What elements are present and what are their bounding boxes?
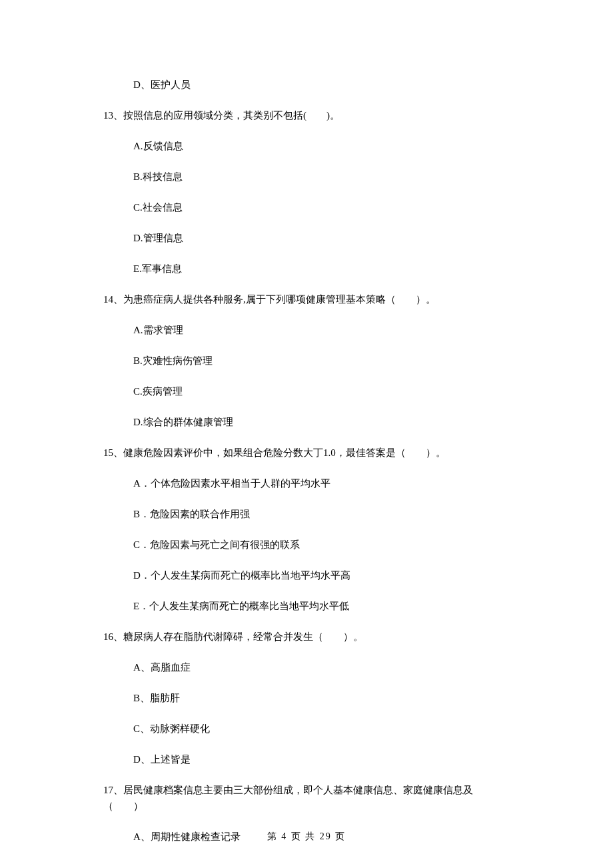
page-footer: 第 4 页 共 29 页 (0, 831, 613, 843)
question-stem: 16、糖尿病人存在脂肪代谢障碍，经常合并发生（ ）。 (103, 629, 510, 645)
option-text: C.社会信息 (103, 199, 510, 215)
page-content: D、医护人员 13、按照信息的应用领域分类，其类别不包括( )。 A.反馈信息 … (0, 0, 613, 845)
option-text: D、上述皆是 (103, 751, 510, 767)
option-text: B．危险因素的联合作用强 (103, 506, 510, 522)
option-text: C、动脉粥样硬化 (103, 721, 510, 737)
option-text: A.需求管理 (103, 322, 510, 338)
option-text: E.军事信息 (103, 261, 510, 277)
option-text: B、脂肪肝 (103, 690, 510, 706)
option-text: B.灾难性病伤管理 (103, 353, 510, 369)
option-text: B.科技信息 (103, 169, 510, 185)
option-text: A．个体危险因素水平相当于人群的平均水平 (103, 475, 510, 491)
option-text: D、医护人员 (103, 77, 510, 93)
option-text: D.管理信息 (103, 230, 510, 246)
option-text: D．个人发生某病而死亡的概率比当地平均水平高 (103, 567, 510, 583)
question-stem: 17、居民健康档案信息主要由三大部份组成，即个人基本健康信息、家庭健康信息及（ … (103, 782, 510, 814)
question-stem: 15、健康危险因素评价中，如果组合危险分数大丁1.0，最佳答案是（ ）。 (103, 445, 510, 461)
question-stem: 14、为患癌症病人提供各种服务,属于下列哪项健康管理基本策略（ ）。 (103, 291, 510, 307)
option-text: C.疾病管理 (103, 383, 510, 399)
option-text: C．危险因素与死亡之间有很强的联系 (103, 537, 510, 553)
option-text: A、高脂血症 (103, 659, 510, 675)
question-stem: 13、按照信息的应用领域分类，其类别不包括( )。 (103, 107, 510, 123)
option-text: A.反馈信息 (103, 138, 510, 154)
option-text: D.综合的群体健康管理 (103, 414, 510, 430)
option-text: E．个人发生某病而死亡的概率比当地平均水平低 (103, 598, 510, 614)
